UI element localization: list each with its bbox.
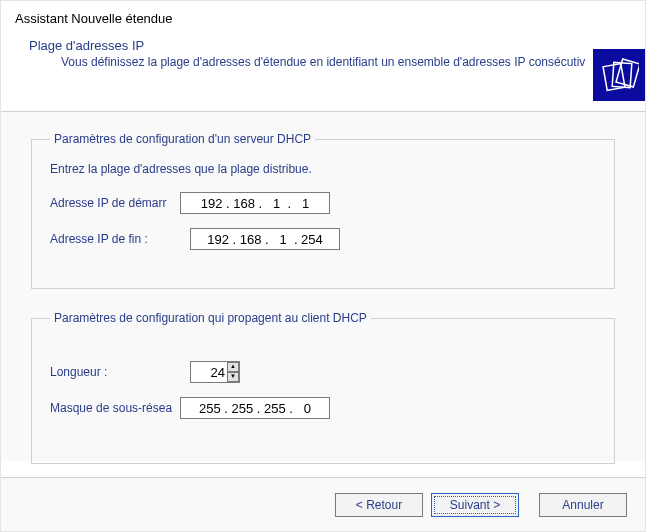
start-ip-input[interactable] (180, 192, 330, 214)
mask-input[interactable] (180, 397, 330, 419)
spinner-up-button[interactable]: ▲ (227, 362, 239, 372)
wizard-dialog: Assistant Nouvelle étendue Plage d'adres… (0, 0, 646, 532)
wizard-header: Assistant Nouvelle étendue Plage d'adres… (1, 1, 645, 111)
spinner-down-button[interactable]: ▼ (227, 372, 239, 382)
wizard-footer: < Retour Suivant > Annuler (1, 477, 645, 531)
row-end-ip: Adresse IP de fin : (50, 228, 596, 250)
cancel-button[interactable]: Annuler (539, 493, 627, 517)
wizard-body: Paramètres de configuration d'un serveur… (1, 111, 645, 461)
length-spinner[interactable]: ▲ ▼ (190, 361, 240, 383)
group-dhcp-client-legend: Paramètres de configuration qui propagen… (50, 311, 371, 325)
spinner-buttons: ▲ ▼ (227, 362, 239, 382)
group-dhcp-server-legend: Paramètres de configuration d'un serveur… (50, 132, 315, 146)
row-start-ip: Adresse IP de démarr (50, 192, 596, 214)
group-dhcp-server: Paramètres de configuration d'un serveur… (31, 132, 615, 289)
pages-icon (593, 49, 645, 101)
next-button[interactable]: Suivant > (431, 493, 519, 517)
start-ip-label: Adresse IP de démarr (50, 196, 190, 210)
dhcp-server-instruction: Entrez la plage d'adresses que la plage … (50, 162, 596, 176)
header-description: Vous définissez la plage d'adresses d'ét… (15, 55, 631, 69)
header-subtitle: Plage d'adresses IP (15, 38, 631, 53)
end-ip-label: Adresse IP de fin : (50, 232, 190, 246)
end-ip-input[interactable] (190, 228, 340, 250)
window-title: Assistant Nouvelle étendue (15, 11, 631, 26)
group-dhcp-client: Paramètres de configuration qui propagen… (31, 311, 615, 464)
row-length: Longueur : ▲ ▼ (50, 361, 596, 383)
length-label: Longueur : (50, 365, 190, 379)
mask-label: Masque de sous-résea (50, 401, 190, 415)
row-mask: Masque de sous-résea (50, 397, 596, 419)
back-button[interactable]: < Retour (335, 493, 423, 517)
